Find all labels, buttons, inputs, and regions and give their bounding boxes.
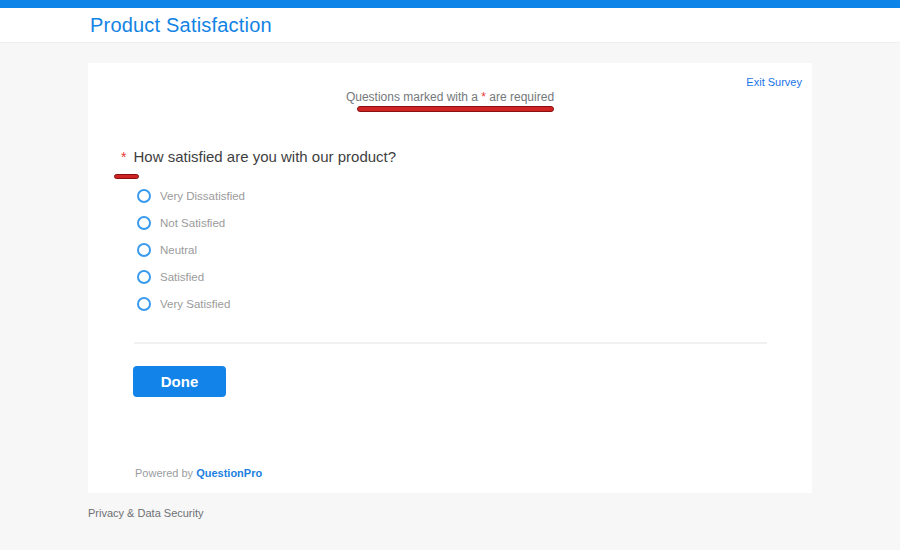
done-button[interactable]: Done xyxy=(133,366,226,397)
radio-button-icon[interactable] xyxy=(137,297,151,311)
privacy-data-security-link[interactable]: Privacy & Data Security xyxy=(88,507,204,519)
top-accent-bar xyxy=(0,0,900,8)
option-not-satisfied[interactable]: Not Satisfied xyxy=(137,209,245,236)
page-header: Product Satisfaction xyxy=(0,8,900,43)
exit-survey-link[interactable]: Exit Survey xyxy=(746,76,802,88)
powered-by: Powered by QuestionPro xyxy=(135,467,262,479)
questionpro-brand-link[interactable]: QuestionPro xyxy=(196,467,262,479)
option-label: Neutral xyxy=(160,244,197,256)
survey-card: Exit Survey Questions marked with a * ar… xyxy=(88,63,812,493)
annotation-underline-required-note xyxy=(357,106,554,112)
question-text: How satisfied are you with our product? xyxy=(133,148,396,165)
question-text-row: *How satisfied are you with our product? xyxy=(121,148,396,165)
option-label: Very Dissatisfied xyxy=(160,190,245,202)
section-divider xyxy=(134,342,767,344)
option-satisfied[interactable]: Satisfied xyxy=(137,263,245,290)
question-required-star: * xyxy=(121,149,126,165)
annotation-underline-required-star xyxy=(114,174,139,179)
option-very-satisfied[interactable]: Very Satisfied xyxy=(137,290,245,317)
radio-button-icon[interactable] xyxy=(137,270,151,284)
required-note-suffix: are required xyxy=(486,90,554,104)
required-note: Questions marked with a * are required xyxy=(88,90,812,104)
radio-button-icon[interactable] xyxy=(137,189,151,203)
option-very-dissatisfied[interactable]: Very Dissatisfied xyxy=(137,182,245,209)
option-neutral[interactable]: Neutral xyxy=(137,236,245,263)
page-title: Product Satisfaction xyxy=(90,8,272,42)
radio-button-icon[interactable] xyxy=(137,243,151,257)
answer-options-list: Very Dissatisfied Not Satisfied Neutral … xyxy=(137,182,245,317)
radio-button-icon[interactable] xyxy=(137,216,151,230)
required-note-prefix: Questions marked with a xyxy=(346,90,481,104)
powered-by-text: Powered by xyxy=(135,467,196,479)
option-label: Very Satisfied xyxy=(160,298,230,310)
option-label: Not Satisfied xyxy=(160,217,225,229)
option-label: Satisfied xyxy=(160,271,204,283)
